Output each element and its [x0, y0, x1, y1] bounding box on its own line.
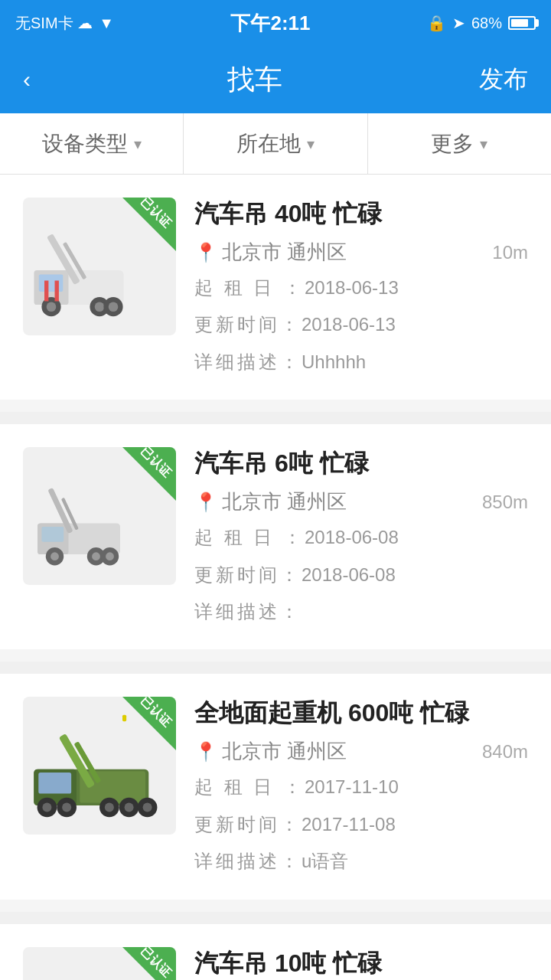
card-location-row-2: 📍 北京市 通州区 850m [194, 488, 528, 515]
svg-point-21 [106, 552, 114, 560]
certified-text-4: 已认证 [138, 947, 174, 980]
certified-badge-1: 已认证 [122, 198, 176, 251]
card-title-1: 汽车吊 40吨 忙碌 [194, 198, 528, 231]
filter-location-label: 所在地 [236, 129, 301, 158]
publish-button[interactable]: 发布 [479, 63, 528, 96]
certified-text-2: 已认证 [138, 447, 174, 480]
card-title-3: 全地面起重机 600吨 忙碌 [194, 697, 528, 730]
card-start-date-1: 起 租 日 ：2018-06-13 [194, 273, 528, 302]
certified-badge-2: 已认证 [122, 447, 176, 501]
card-image-3: 已认证 [23, 697, 176, 835]
svg-rect-26 [38, 773, 71, 793]
card-distance-2: 850m [482, 492, 528, 513]
chevron-down-icon-3: ▾ [480, 135, 487, 153]
card-info-2: 汽车吊 6吨 忙碌 📍 北京市 通州区 850m 起 租 日 ：2018-06-… [194, 447, 528, 626]
certified-badge-4: 已认证 [122, 947, 176, 980]
page-title: 找车 [227, 61, 282, 99]
card-location-row-3: 📍 北京市 通州区 840m [194, 738, 528, 765]
lock-icon: 🔒 [427, 14, 446, 32]
location-text-1: 北京市 通州区 [222, 239, 347, 266]
card-title-4: 汽车吊 10吨 忙碌 [194, 947, 528, 980]
card-image-2: 已认证 [23, 447, 176, 585]
location-icon: ➤ [452, 14, 465, 32]
card-description-2: 详细描述： [194, 597, 528, 626]
svg-point-33 [62, 802, 71, 812]
card-location-1: 📍 北京市 通州区 [194, 239, 347, 266]
card-image-1: 已认证 [23, 198, 176, 335]
svg-point-35 [105, 802, 114, 812]
svg-point-17 [51, 552, 59, 560]
chevron-down-icon-2: ▾ [307, 135, 315, 153]
back-button[interactable]: ‹ [23, 67, 31, 93]
card-location-row-1: 📍 北京市 通州区 10m [194, 239, 528, 266]
card-title-2: 汽车吊 6吨 忙碌 [194, 447, 528, 481]
card-distance-3: 840m [482, 741, 528, 763]
list-item[interactable]: 已认证 汽车吊 40吨 忙碌 📍 北京市 通州区 10m 起 租 日 ：2018… [0, 175, 551, 400]
card-description-3: 详细描述：u语音 [194, 847, 528, 876]
filter-equipment-type[interactable]: 设备类型 ▾ [0, 113, 184, 174]
svg-point-37 [125, 802, 134, 812]
location-pin-icon-2: 📍 [194, 492, 217, 513]
card-info-4: 汽车吊 10吨 忙碌 📍 北京市 通州区 [194, 947, 528, 980]
card-update-time-1: 更新时间：2018-06-13 [194, 310, 528, 339]
card-start-date-3: 起 租 日 ：2017-11-10 [194, 773, 528, 802]
certified-text-3: 已认证 [138, 697, 174, 730]
status-bar: 无SIM卡 ☁ ▼ 下午2:11 🔒 ➤ 68% [0, 0, 551, 46]
equipment-list: 已认证 汽车吊 40吨 忙碌 📍 北京市 通州区 10m 起 租 日 ：2018… [0, 175, 551, 980]
divider-2 [0, 662, 551, 674]
list-item[interactable]: 已认证 汽车吊 6吨 忙碌 📍 北京市 通州区 850m 起 租 日 ：2018… [0, 424, 551, 649]
battery-icon [508, 16, 536, 30]
divider-3 [0, 912, 551, 924]
card-description-1: 详细描述：Uhhhhh [194, 348, 528, 377]
certified-text-1: 已认证 [138, 198, 174, 230]
svg-point-8 [109, 302, 119, 312]
status-left: 无SIM卡 ☁ ▼ [15, 13, 114, 34]
svg-point-39 [143, 802, 152, 812]
chevron-down-icon-1: ▾ [134, 135, 142, 153]
card-info-3: 全地面起重机 600吨 忙碌 📍 北京市 通州区 840m 起 租 日 ：201… [194, 697, 528, 876]
location-text-3: 北京市 通州区 [222, 738, 347, 765]
svg-rect-15 [41, 527, 64, 542]
location-pin-icon-1: 📍 [194, 242, 217, 263]
card-start-date-2: 起 租 日 ：2018-06-08 [194, 523, 528, 552]
filter-bar: 设备类型 ▾ 所在地 ▾ 更多 ▾ [0, 113, 551, 175]
svg-rect-12 [55, 280, 59, 301]
no-sim-text: 无SIM卡 ☁ [15, 13, 93, 34]
svg-point-31 [42, 802, 51, 812]
card-info-1: 汽车吊 40吨 忙碌 📍 北京市 通州区 10m 起 租 日 ：2018-06-… [194, 198, 528, 377]
wifi-icon: ▼ [99, 15, 114, 32]
location-text-2: 北京市 通州区 [222, 488, 347, 515]
battery-percent: 68% [471, 15, 502, 32]
list-item[interactable]: 已认证 汽车吊 10吨 忙碌 📍 北京市 通州区 [0, 924, 551, 980]
card-location-2: 📍 北京市 通州区 [194, 488, 347, 515]
filter-location[interactable]: 所在地 ▾ [184, 113, 367, 174]
card-update-time-2: 更新时间：2018-06-08 [194, 560, 528, 590]
certified-badge-3: 已认证 [122, 697, 176, 750]
svg-point-19 [92, 552, 100, 560]
card-distance-1: 10m [492, 242, 528, 263]
card-location-3: 📍 北京市 通州区 [194, 738, 347, 765]
location-pin-icon-3: 📍 [194, 741, 217, 763]
nav-bar: ‹ 找车 发布 [0, 46, 551, 113]
svg-point-4 [47, 302, 57, 312]
list-item[interactable]: 已认证 全地面起重机 600吨 忙碌 📍 北京市 通州区 840m 起 租 日 … [0, 674, 551, 899]
svg-rect-2 [39, 274, 64, 292]
divider-1 [0, 412, 551, 424]
status-time: 下午2:11 [230, 10, 310, 37]
filter-more-label: 更多 [431, 129, 474, 158]
card-update-time-3: 更新时间：2017-11-08 [194, 810, 528, 839]
filter-equipment-type-label: 设备类型 [42, 129, 128, 158]
svg-point-6 [95, 302, 105, 312]
card-image-4: 已认证 [23, 947, 176, 980]
filter-more[interactable]: 更多 ▾ [368, 113, 551, 174]
status-right: 🔒 ➤ 68% [427, 14, 536, 32]
svg-rect-11 [44, 280, 48, 301]
